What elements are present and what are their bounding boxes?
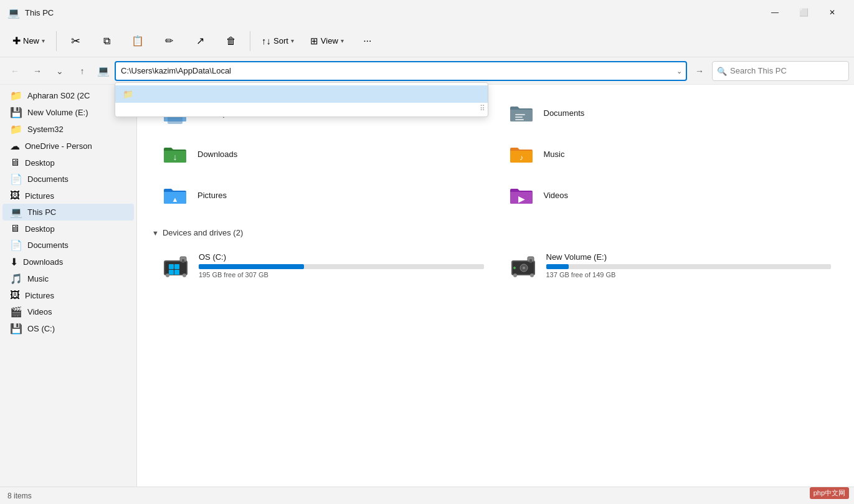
sidebar-item-desktop-pc[interactable]: 🖥Desktop: [2, 221, 134, 237]
sidebar-item-downloads-pc[interactable]: ⬇Downloads: [2, 254, 134, 270]
address-pc-icon: 💻: [97, 65, 110, 77]
drives-section-header[interactable]: ▼ Devices and drives (2): [152, 228, 839, 237]
sidebar-label-videos-pc: Videos: [27, 307, 52, 316]
sort-button[interactable]: ↑↓ Sort ▾: [254, 27, 301, 55]
svg-rect-15: [182, 259, 184, 263]
sidebar-item-pictures-od[interactable]: 🖼Pictures: [2, 188, 134, 204]
sidebar-item-pictures-pc[interactable]: 🖼Pictures: [2, 287, 134, 303]
sidebar-label-documents-pc: Documents: [27, 240, 69, 250]
folder-item-videos[interactable]: ▶ Videos: [498, 177, 840, 213]
maximize-button[interactable]: ⬜: [789, 2, 818, 22]
close-button[interactable]: ✕: [818, 2, 847, 22]
statusbar: 8 items: [0, 487, 854, 504]
drive-item-osc[interactable]: OS (C:) 195 GB free of 307 GB: [152, 245, 492, 286]
rename-button[interactable]: ✏: [154, 27, 184, 55]
svg-text:↓: ↓: [173, 152, 178, 162]
dropdown-resize-handle[interactable]: ⠿: [115, 103, 488, 114]
folder-name-pictures: Pictures: [197, 191, 227, 200]
drive-bar-bg-osc: [199, 264, 484, 269]
folder-name-music: Music: [544, 150, 565, 159]
cut-button[interactable]: ✂: [60, 27, 90, 55]
drive-bar-bg-new-volume: [546, 264, 832, 269]
sidebar-item-system32[interactable]: 📁System32: [2, 121, 134, 138]
rename-icon: ✏: [165, 35, 173, 47]
sidebar-icon-downloads-pc: ⬇: [10, 256, 18, 268]
svg-rect-13: [174, 270, 179, 275]
back-button[interactable]: ←: [5, 61, 25, 81]
svg-text:▶: ▶: [518, 194, 524, 204]
delete-button[interactable]: 🗑: [216, 27, 246, 55]
new-chevron-icon: ▾: [42, 37, 45, 44]
items-count: 8 items: [7, 492, 32, 500]
drive-item-new-volume[interactable]: New Volume (E:) 137 GB free of 149 GB: [500, 245, 840, 286]
navigate-button[interactable]: →: [690, 61, 709, 81]
copy-button[interactable]: ⧉: [92, 27, 121, 55]
folder-item-downloads[interactable]: ↓ Downloads: [152, 136, 493, 172]
addressbar-container: ⌄ 📁 ⠿: [115, 61, 687, 81]
share-button[interactable]: ↗: [185, 27, 215, 55]
sidebar-item-osc[interactable]: 💾OS (C:): [2, 320, 134, 337]
toolbar-separator-2: [250, 31, 250, 51]
svg-point-25: [530, 273, 534, 277]
sidebar-label-system32: System32: [27, 125, 64, 134]
sidebar-item-this-pc[interactable]: 💻This PC: [2, 204, 134, 221]
sidebar-label-desktop-pc: Desktop: [25, 224, 55, 234]
view-icon: ⊞: [310, 36, 318, 47]
sidebar-label-apharan: Apharan S02 (2C: [27, 91, 90, 100]
sidebar-label-new-volume: New Volume (E:): [27, 108, 88, 117]
new-button[interactable]: ✚ New ▾: [5, 27, 52, 55]
sidebar-item-documents-pc[interactable]: 📄Documents: [2, 237, 134, 254]
folder-item-documents[interactable]: Documents: [498, 95, 840, 131]
sidebar-icon-onedrive: ☁: [10, 140, 20, 152]
svg-rect-10: [169, 264, 174, 269]
sidebar-icon-documents-od: 📄: [10, 173, 22, 185]
sidebar-item-music-pc[interactable]: 🎵Music: [2, 270, 134, 287]
sidebar-icon-pictures-od: 🖼: [10, 190, 20, 201]
folder-item-music[interactable]: ♪ Music: [498, 136, 840, 172]
svg-text:♪: ♪: [520, 153, 523, 162]
addressbar-dropdown: 📁 ⠿: [115, 82, 488, 117]
window-controls: — ⬜ ✕: [761, 2, 847, 22]
drive-bar-fill-new-volume: [546, 264, 569, 269]
resize-icon: ⠿: [480, 104, 485, 113]
svg-rect-11: [174, 264, 179, 269]
more-button[interactable]: ···: [353, 27, 382, 55]
drive-free-osc: 195 GB free of 307 GB: [199, 271, 484, 278]
window-title: This PC: [25, 8, 756, 17]
delete-icon: 🗑: [226, 36, 236, 47]
sidebar-item-desktop-od[interactable]: 🖥Desktop: [2, 155, 134, 171]
view-button[interactable]: ⊞ View ▾: [303, 27, 351, 55]
dropdown-item[interactable]: 📁: [115, 85, 488, 103]
sidebar-item-videos-pc[interactable]: 🎬Videos: [2, 303, 134, 320]
up-button[interactable]: ↑: [72, 61, 92, 81]
svg-rect-2: [515, 116, 523, 118]
folder-icon-documents: [506, 100, 536, 125]
paste-button[interactable]: 📋: [123, 27, 153, 55]
drive-name-osc: OS (C:): [199, 252, 484, 262]
sidebar-label-osc: OS (C:): [27, 324, 55, 333]
folder-item-pictures[interactable]: ▲ Pictures: [152, 177, 493, 213]
sidebar-label-this-pc: This PC: [27, 207, 56, 217]
forward-button[interactable]: →: [27, 61, 47, 81]
folder-name-videos: Videos: [544, 191, 569, 200]
addressbar-dropdown-arrow[interactable]: ⌄: [676, 67, 682, 75]
minimize-button[interactable]: —: [761, 2, 789, 22]
folder-icon-downloads: ↓: [160, 141, 190, 166]
sidebar-icon-music-pc: 🎵: [10, 273, 22, 285]
svg-point-16: [166, 273, 169, 277]
sidebar-icon-documents-pc: 📄: [10, 239, 22, 251]
folder-icon-pictures: ▲: [160, 183, 190, 207]
drive-free-new-volume: 137 GB free of 149 GB: [546, 271, 832, 278]
drive-bar-fill-osc: [199, 264, 304, 269]
recent-button[interactable]: ⌄: [50, 61, 70, 81]
sort-label: Sort: [273, 36, 288, 45]
search-input[interactable]: [712, 61, 849, 81]
sidebar-item-onedrive[interactable]: ☁OneDrive - Person: [2, 138, 134, 155]
view-label: View: [321, 36, 338, 45]
addressbar-input[interactable]: [115, 61, 687, 81]
sort-icon: ↑↓: [262, 36, 271, 46]
sidebar-item-documents-od[interactable]: 📄Documents: [2, 171, 134, 188]
search-icon: 🔍: [717, 66, 727, 75]
main-layout: 📁Apharan S02 (2C💾New Volume (E:)📁System3…: [0, 85, 854, 487]
folder-name-documents: Documents: [544, 108, 585, 118]
